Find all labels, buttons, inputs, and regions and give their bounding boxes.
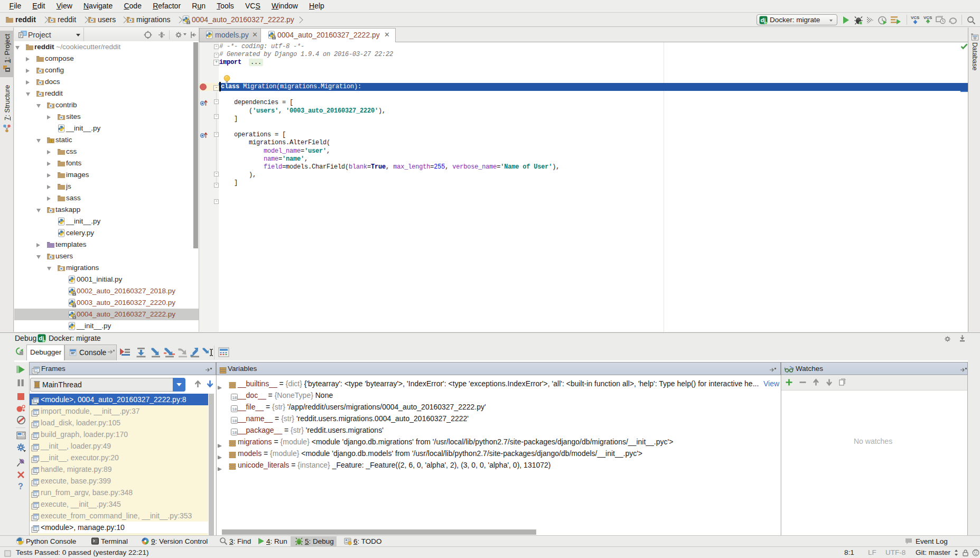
svg-text:dj: dj <box>761 17 766 23</box>
svg-text:VCS: VCS <box>911 15 920 20</box>
svg-text:18: 18 <box>232 430 237 435</box>
svg-text:18: 18 <box>232 395 237 400</box>
svg-text:?: ? <box>18 482 23 491</box>
svg-text:18: 18 <box>232 407 237 412</box>
svg-text:18: 18 <box>232 418 237 423</box>
svg-text:dj: dj <box>39 335 44 341</box>
